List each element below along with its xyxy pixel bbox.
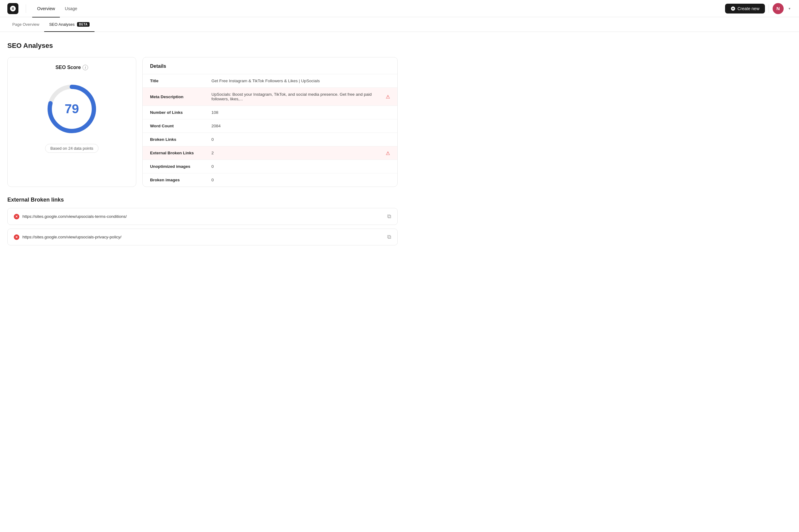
nav-tab-usage[interactable]: Usage xyxy=(60,0,82,18)
details-row: Broken Links0 xyxy=(143,133,397,146)
details-card: Details TitleGet Free Instagram & TikTok… xyxy=(142,57,398,187)
broken-links-list: https://sites.google.com/view/upsocials-… xyxy=(7,208,398,245)
details-value: 2084 xyxy=(204,119,397,133)
link-left: https://sites.google.com/view/upsocials-… xyxy=(14,234,121,240)
sub-nav: Page Overview SEO Analyses BETA xyxy=(0,17,799,32)
details-row: Word Count2084 xyxy=(143,119,397,133)
info-icon[interactable]: i xyxy=(82,65,88,70)
details-title: Details xyxy=(143,57,397,74)
details-label: Word Count xyxy=(143,119,204,133)
score-circle: 79 xyxy=(44,81,99,136)
create-new-button[interactable]: Create new xyxy=(725,4,765,14)
nav-divider xyxy=(26,4,26,13)
nav-right-divider xyxy=(768,4,769,13)
link-url: https://sites.google.com/view/upsocials-… xyxy=(22,214,127,219)
seo-score-title: SEO Score xyxy=(56,65,81,70)
cards-row: SEO Score i 79 Based on 24 data points D… xyxy=(7,57,398,187)
broken-link-item: https://sites.google.com/view/upsocials-… xyxy=(7,229,398,245)
broken-links-section-title: External Broken links xyxy=(7,197,398,203)
error-dot-icon xyxy=(14,234,19,240)
details-row: Broken images0 xyxy=(143,173,397,187)
warning-icon: ⚠ xyxy=(386,94,390,100)
details-value: 2⚠ xyxy=(204,146,397,160)
link-left: https://sites.google.com/view/upsocials-… xyxy=(14,214,127,220)
details-value: 0 xyxy=(204,173,397,187)
copy-icon[interactable]: ⧉ xyxy=(387,213,391,220)
details-row: Number of Links108 xyxy=(143,106,397,119)
details-label: Unoptimized images xyxy=(143,160,204,173)
logo-area xyxy=(7,3,30,14)
details-value: 108 xyxy=(204,106,397,119)
details-label: Title xyxy=(143,74,204,88)
logo-icon[interactable] xyxy=(7,3,18,14)
score-number: 79 xyxy=(65,101,79,116)
details-row: Unoptimized images0 xyxy=(143,160,397,173)
details-value: Get Free Instagram & TikTok Followers & … xyxy=(204,74,397,88)
nav-tab-overview[interactable]: Overview xyxy=(32,0,60,18)
subnav-tab-page-overview[interactable]: Page Overview xyxy=(7,17,44,32)
page-title: SEO Analyses xyxy=(7,42,398,50)
chevron-down-button[interactable]: ▾ xyxy=(787,5,792,12)
warning-icon: ⚠ xyxy=(386,150,390,156)
details-label: Broken Links xyxy=(143,133,204,146)
main-content: SEO Analyses SEO Score i 79 Based on 24 … xyxy=(0,32,405,259)
broken-link-item: https://sites.google.com/view/upsocials-… xyxy=(7,208,398,225)
details-label: Broken images xyxy=(143,173,204,187)
details-label: Meta Description xyxy=(143,88,204,106)
details-label: Number of Links xyxy=(143,106,204,119)
seo-score-header: SEO Score i xyxy=(15,65,129,70)
seo-score-card: SEO Score i 79 Based on 24 data points xyxy=(7,57,136,187)
details-row: External Broken Links2⚠ xyxy=(143,146,397,160)
nav-right: Create new N ▾ xyxy=(725,3,792,14)
beta-badge: BETA xyxy=(77,22,89,27)
link-url: https://sites.google.com/view/upsocials-… xyxy=(22,235,121,239)
avatar[interactable]: N xyxy=(773,3,784,14)
details-value: 0 xyxy=(204,133,397,146)
nav-tabs: Overview Usage xyxy=(32,0,82,17)
data-points-badge: Based on 24 data points xyxy=(45,144,98,153)
details-row: Meta DescriptionUpSocials: Boost your In… xyxy=(143,88,397,106)
copy-icon[interactable]: ⧉ xyxy=(387,234,391,240)
details-value: UpSocials: Boost your Instagram, TikTok,… xyxy=(204,88,397,106)
top-nav: Overview Usage Create new N ▾ xyxy=(0,0,799,17)
details-table: TitleGet Free Instagram & TikTok Followe… xyxy=(143,74,397,187)
details-value: 0 xyxy=(204,160,397,173)
subnav-tab-seo-analyses[interactable]: SEO Analyses BETA xyxy=(44,17,95,32)
details-label: External Broken Links xyxy=(143,146,204,160)
details-row: TitleGet Free Instagram & TikTok Followe… xyxy=(143,74,397,88)
error-dot-icon xyxy=(14,214,19,220)
